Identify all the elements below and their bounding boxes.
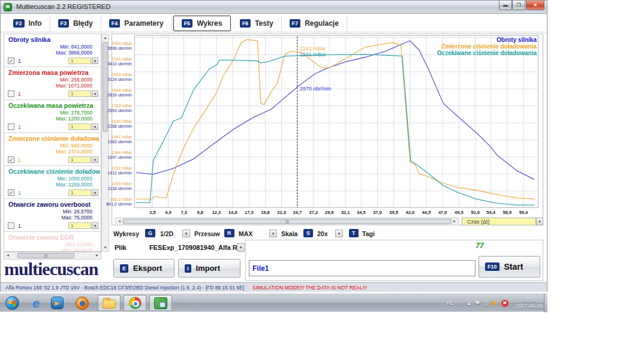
- eksport-button[interactable]: E Eksport: [113, 259, 174, 277]
- start-button[interactable]: F10 Start: [479, 256, 540, 277]
- taskbar-item-firefox[interactable]: [73, 295, 91, 311]
- x-tick-label: 17,3: [240, 210, 258, 215]
- x-axis-mode-combo[interactable]: Czas (Δt): [462, 218, 536, 225]
- channel-label: 1: [18, 58, 21, 64]
- parameter-checkbox[interactable]: ✓: [8, 156, 14, 163]
- parameter-card[interactable]: Zmierzone ciśnienie doładowaMin: 966,000…: [4, 133, 101, 166]
- parameter-name: Oczekiwane ciśnienie doładow: [8, 168, 100, 175]
- wykresy-value[interactable]: 1/2D: [160, 230, 173, 237]
- scale-select[interactable]: 1: [68, 222, 91, 229]
- volume-icon[interactable]: [492, 300, 497, 306]
- x-tick-label: 29,6: [320, 210, 338, 215]
- mbar-axis-label: 2161 mBar: [96, 57, 132, 62]
- file-select-combo[interactable]: FESExp_1709081940_Alfa R: [149, 244, 237, 251]
- start-button-orb[interactable]: [3, 295, 21, 311]
- taskbar-item-chrome[interactable]: [124, 295, 146, 311]
- wykresy-dropdown-arrow[interactable]: ▼: [182, 230, 190, 237]
- rpm-axis-label: 841,0 obr/min: [96, 202, 132, 207]
- cursor-value-label: 2970 obr/min: [300, 86, 332, 92]
- scroll-left-arrow[interactable]: ◄: [5, 253, 11, 258]
- scale-select[interactable]: 1: [68, 189, 91, 196]
- combo-dropdown-arrow[interactable]: ▼: [536, 218, 543, 225]
- parameter-checkbox[interactable]: ✓: [8, 58, 14, 64]
- chart-svg: 2241 mBar2241 mBar2970 obr/min: [134, 35, 538, 208]
- y-axis-label-pair: 2161 mBar3410 obr/min: [96, 57, 132, 67]
- tab-błędy[interactable]: F3Błędy: [50, 16, 101, 31]
- parameter-card[interactable]: Obroty silnikaMin: 841,0000Max: 3866,000…: [4, 34, 101, 67]
- scroll-up-arrow[interactable]: ▲: [103, 35, 108, 41]
- tab-wykres[interactable]: F5Wykres: [173, 16, 231, 31]
- parameter-card[interactable]: Otwarcie zaworu overboostMin: 26,5700Max…: [4, 199, 101, 232]
- x-tick-label: 12,3: [207, 210, 225, 215]
- eksport-button-label: Eksport: [133, 264, 162, 273]
- import-button[interactable]: I Import: [178, 259, 240, 277]
- x-tick-label: 7,3: [175, 210, 193, 215]
- parameter-checkbox[interactable]: [8, 222, 14, 229]
- taskbar-clock[interactable]: 21:55 2017-09-08: [515, 297, 543, 310]
- scroll-left-arrow[interactable]: ◄: [116, 219, 122, 224]
- taskbar-item-folder[interactable]: [98, 295, 121, 311]
- y-axis-label-pair: 1099 mBar1126 obr/min: [96, 182, 132, 191]
- parameter-name: Zmierzone ciśnienie doładowa: [8, 135, 100, 142]
- skala-value[interactable]: 20x: [317, 230, 328, 237]
- chart-horizontal-scrollbar[interactable]: ◄ ▥ ►: [115, 218, 459, 225]
- y-axis-label-pair: 1232 mBar1412 obr/min: [96, 166, 132, 176]
- przesuw-value[interactable]: MAX: [239, 230, 252, 237]
- tab-bar: F2InfoF3BłędyF4ParameteryF5WykresF6Testy…: [1, 14, 547, 32]
- parameter-checkbox[interactable]: ✓: [8, 189, 14, 196]
- scroll-down-arrow[interactable]: ▼: [103, 245, 108, 251]
- mbar-axis-label: 1763 mBar: [96, 104, 132, 108]
- scrollbar-thumb[interactable]: ▥: [123, 219, 452, 224]
- skala-dropdown-arrow[interactable]: ▼: [335, 230, 343, 237]
- mute-icon[interactable]: ✖: [501, 300, 508, 307]
- close-button[interactable]: ✕: [526, 1, 544, 10]
- hidden-icons-arrow[interactable]: ▴: [467, 300, 470, 306]
- parameter-name: Otwarcie zaworu overboost: [8, 201, 100, 208]
- wykresy-label: Wykresy: [113, 230, 139, 237]
- taskbar-item-internet-explorer[interactable]: e: [27, 295, 45, 311]
- simulation-warning-text: SIMULATION MODE!!! THE DATA IS NOT REAL!…: [252, 285, 367, 291]
- maximize-button[interactable]: ❐: [512, 1, 525, 10]
- taskbar-item-media-player[interactable]: ▶: [48, 295, 66, 311]
- scrollbar-thumb[interactable]: [103, 42, 108, 132]
- parameter-checkbox[interactable]: [8, 123, 14, 130]
- file-name-input[interactable]: [249, 260, 476, 276]
- parameter-card[interactable]: Oczekiwana masa powietrzaMin: 278,7000Ma…: [4, 100, 101, 133]
- tab-regulacje[interactable]: F7Regulacje: [282, 16, 347, 31]
- scrollbar-thumb[interactable]: ▥: [17, 253, 74, 258]
- scroll-right-arrow[interactable]: ►: [452, 219, 458, 224]
- scale-dropdown-arrow[interactable]: ▼: [92, 222, 98, 229]
- legend-entry: Obroty silnika: [437, 37, 537, 43]
- network-icon[interactable]: ▭: [458, 300, 463, 306]
- rpm-axis-label: 3124 obr/min: [96, 77, 132, 82]
- plot-area[interactable]: 2241 mBar2241 mBar2970 obr/min: [134, 35, 538, 208]
- minimize-button[interactable]: ▬: [499, 1, 512, 10]
- scale-select[interactable]: 1: [68, 90, 91, 97]
- battery-icon[interactable]: ▯: [484, 300, 487, 306]
- import-button-label: Import: [196, 264, 220, 273]
- x-tick-label: 54,4: [482, 210, 500, 215]
- taskbar-item-multiecuscan[interactable]: [149, 295, 172, 311]
- scale-select[interactable]: 1: [68, 123, 91, 130]
- show-desktop-button[interactable]: [544, 294, 547, 312]
- scale-select[interactable]: 1: [68, 58, 91, 64]
- language-indicator[interactable]: PL: [447, 300, 453, 306]
- tagi-label[interactable]: Tagi: [362, 230, 375, 237]
- parameter-card[interactable]: Oczekiwane ciśnienie doładowMin: 1000,00…: [4, 166, 101, 199]
- y-axis-label-pair: 1630 mBar2268 obr/min: [96, 119, 132, 129]
- action-center-flag-icon[interactable]: ⚑: [474, 300, 480, 306]
- file-combo-dropdown-arrow[interactable]: ▼: [237, 243, 245, 252]
- przesuw-dropdown-arrow[interactable]: ▼: [269, 230, 277, 237]
- mbar-axis-label: 1896 mBar: [96, 88, 132, 93]
- parameter-card[interactable]: Zmierzona masa powietrzaMin: 256,9000Max…: [4, 67, 101, 100]
- scale-select[interactable]: 1: [68, 156, 91, 163]
- scroll-right-arrow[interactable]: ►: [94, 253, 100, 258]
- firefox-icon: [76, 297, 89, 310]
- tab-label: Testy: [255, 19, 273, 28]
- tab-testy[interactable]: F6Testy: [232, 16, 282, 31]
- parameter-card[interactable]: Otwarcie zaworu EGRMin: 1,5000Max: 42,90…: [4, 232, 101, 252]
- channel-label: 1: [18, 223, 21, 229]
- parameter-checkbox[interactable]: [8, 90, 14, 97]
- tab-parametery[interactable]: F4Parametery: [101, 16, 172, 31]
- tab-info[interactable]: F2Info: [5, 16, 50, 31]
